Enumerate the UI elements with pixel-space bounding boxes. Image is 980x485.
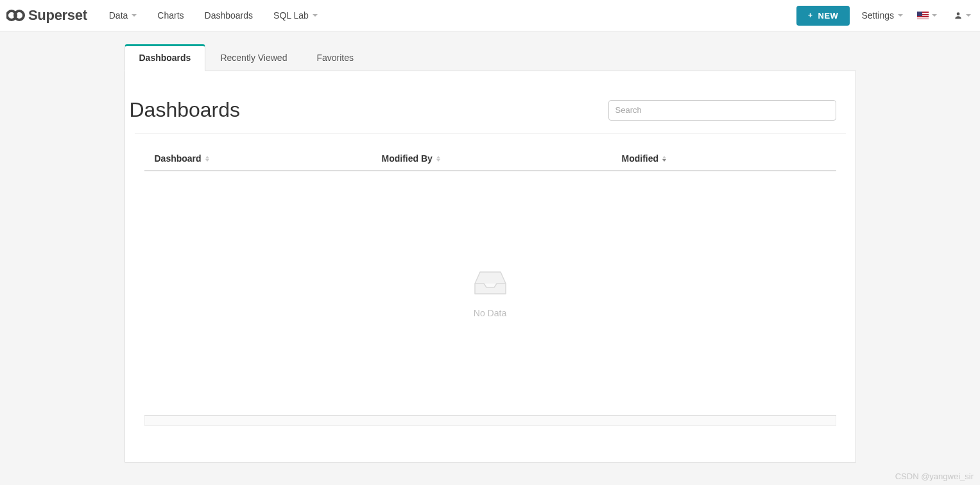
nav-charts-label: Charts bbox=[157, 10, 184, 21]
tab-favorites[interactable]: Favorites bbox=[302, 44, 368, 71]
page-title: Dashboards bbox=[130, 98, 608, 122]
tab-dashboards[interactable]: Dashboards bbox=[125, 44, 206, 71]
search-input[interactable] bbox=[608, 100, 836, 121]
user-icon bbox=[954, 11, 963, 20]
empty-text: No Data bbox=[474, 308, 506, 318]
watermark: CSDN @yangwei_sir bbox=[895, 472, 974, 481]
chevron-down-icon bbox=[313, 14, 318, 17]
column-modified-label: Modified bbox=[622, 153, 659, 164]
sort-icon bbox=[205, 156, 209, 162]
tab-recently-viewed[interactable]: Recently Viewed bbox=[205, 44, 302, 71]
tab-favorites-label: Favorites bbox=[316, 53, 354, 63]
svg-point-2 bbox=[957, 12, 960, 15]
chevron-down-icon bbox=[132, 14, 137, 17]
user-menu[interactable] bbox=[951, 11, 974, 20]
nav-data-label: Data bbox=[109, 10, 128, 21]
column-header-modified[interactable]: Modified bbox=[622, 153, 836, 164]
nav-charts[interactable]: Charts bbox=[147, 10, 194, 21]
us-flag-icon bbox=[917, 12, 929, 19]
column-modified-by-label: Modified By bbox=[382, 153, 433, 164]
chevron-down-icon bbox=[898, 14, 903, 17]
plus-icon: + bbox=[808, 11, 813, 20]
table-footer bbox=[144, 416, 836, 426]
chevron-down-icon bbox=[966, 14, 971, 17]
settings-menu[interactable]: Settings bbox=[861, 10, 903, 21]
column-header-dashboard[interactable]: Dashboard bbox=[144, 153, 382, 164]
content-panel: Dashboards Dashboard Modified By Modifie… bbox=[125, 71, 856, 463]
column-dashboard-label: Dashboard bbox=[155, 153, 202, 164]
nav-data[interactable]: Data bbox=[99, 10, 148, 21]
main-container: Dashboards Recently Viewed Favorites Das… bbox=[125, 44, 856, 463]
content-tabs: Dashboards Recently Viewed Favorites bbox=[125, 44, 856, 71]
table-header-row: Dashboard Modified By Modified bbox=[144, 147, 836, 171]
nav-left: Data Charts Dashboards SQL Lab bbox=[99, 10, 328, 21]
dashboards-table: Dashboard Modified By Modified No Data bbox=[144, 147, 836, 416]
nav-dashboards[interactable]: Dashboards bbox=[194, 10, 264, 21]
inbox-icon bbox=[472, 268, 508, 296]
brand-name: Superset bbox=[28, 7, 87, 24]
nav-dashboards-label: Dashboards bbox=[205, 10, 254, 21]
brand-logo[interactable]: Superset bbox=[6, 7, 87, 24]
sort-desc-icon bbox=[662, 156, 666, 162]
nav-sqllab-label: SQL Lab bbox=[273, 10, 309, 21]
column-header-modified-by[interactable]: Modified By bbox=[382, 153, 622, 164]
empty-state: No Data bbox=[144, 171, 836, 415]
language-menu[interactable] bbox=[915, 12, 940, 19]
superset-logo-icon bbox=[6, 9, 26, 22]
chevron-down-icon bbox=[932, 14, 937, 17]
nav-right: + NEW Settings bbox=[796, 6, 974, 26]
nav-sqllab[interactable]: SQL Lab bbox=[263, 10, 328, 21]
top-navbar: Superset Data Charts Dashboards SQL Lab … bbox=[0, 0, 980, 31]
new-button-label: NEW bbox=[818, 11, 839, 21]
new-button[interactable]: + NEW bbox=[796, 6, 850, 26]
tab-dashboards-label: Dashboards bbox=[139, 53, 191, 63]
page-header: Dashboards bbox=[135, 87, 846, 134]
tab-recently-label: Recently Viewed bbox=[220, 53, 287, 63]
settings-label: Settings bbox=[861, 10, 894, 21]
sort-icon bbox=[436, 156, 440, 162]
